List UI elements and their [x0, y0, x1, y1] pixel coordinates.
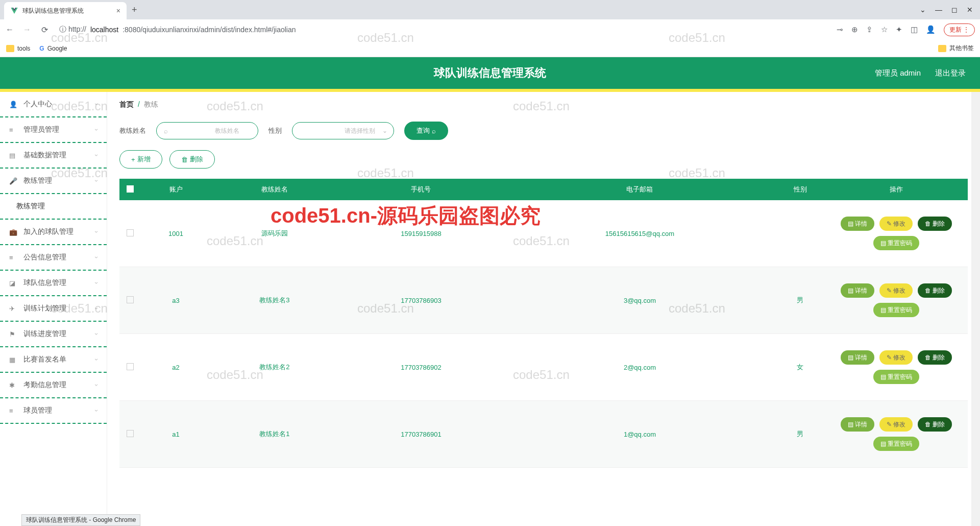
- reset-pwd-button[interactable]: ▤ 重置密码: [873, 236, 919, 250]
- logout-link[interactable]: 退出登录: [935, 68, 966, 78]
- reset-pwd-button[interactable]: ▤ 重置密码: [873, 437, 919, 451]
- row-checkbox[interactable]: [127, 229, 134, 236]
- delete-row-button[interactable]: 🗑 删除: [918, 283, 952, 298]
- detail-button[interactable]: ▤ 详情: [841, 283, 874, 298]
- update-button[interactable]: 更新: [944, 23, 975, 36]
- table-header: 操作: [825, 179, 968, 200]
- address-bar: ← → ⟳ ⓘ http://localhost:8080/qiuduixunl…: [0, 19, 980, 40]
- cell-email: 1@qq.com: [504, 401, 775, 468]
- url-input[interactable]: ⓘ http://localhost:8080/qiuduixunlianxin…: [54, 22, 831, 37]
- detail-button[interactable]: ▤ 详情: [841, 217, 874, 231]
- sidebar-item-1[interactable]: ≡管理员管理›: [0, 117, 107, 143]
- detail-button[interactable]: ▤ 详情: [841, 417, 874, 432]
- star-icon[interactable]: ☆: [881, 25, 888, 34]
- query-button[interactable]: 查询 ⌕: [404, 122, 448, 140]
- bookmark-tools[interactable]: tools: [6, 45, 30, 52]
- delete-button[interactable]: 🗑 删除: [169, 150, 215, 169]
- delete-row-button[interactable]: 🗑 删除: [918, 217, 952, 231]
- chevron-down-icon: ›: [93, 333, 100, 335]
- sidebar-item-5[interactable]: 💼加入的球队管理›: [0, 220, 107, 245]
- reload-icon[interactable]: ⟳: [40, 25, 49, 35]
- sidebar-item-2[interactable]: ▤基础数据管理›: [0, 143, 107, 169]
- cell-name: 教练姓名3: [211, 267, 338, 334]
- search-name-input[interactable]: ⌕教练姓名: [156, 122, 258, 139]
- browser-tab[interactable]: 球队训练信息管理系统 ×: [4, 2, 127, 19]
- edit-button[interactable]: ✎ 修改: [879, 217, 913, 231]
- sidebar-item-9[interactable]: ⚑训练进度管理›: [0, 322, 107, 347]
- edit-icon: ✎: [887, 220, 892, 227]
- key-icon[interactable]: ⊸: [837, 25, 843, 34]
- checkbox-all[interactable]: [127, 185, 134, 193]
- sidebar-item-8[interactable]: ✈训练计划管理›: [0, 296, 107, 322]
- sidebar-item-10[interactable]: ▦比赛首发名单›: [0, 347, 107, 373]
- sidebar-item-0[interactable]: 👤个人中心›: [0, 92, 107, 117]
- trash-icon: 🗑: [925, 220, 931, 227]
- cell-account: 1001: [141, 200, 211, 267]
- chevron-down-icon: ›: [93, 410, 100, 412]
- current-user[interactable]: 管理员 admin: [875, 68, 921, 78]
- cell-phone: 17703786902: [338, 334, 504, 401]
- sidebar-item-7[interactable]: ◪球队信息管理›: [0, 271, 107, 296]
- sidebar-item-label: 考勤信息管理: [23, 380, 95, 390]
- forward-icon[interactable]: →: [22, 25, 32, 35]
- search-icon: ⌕: [164, 127, 168, 135]
- add-button[interactable]: + 新增: [119, 150, 162, 169]
- vue-icon: [10, 7, 18, 15]
- bookmark-other[interactable]: 其他书签: [938, 44, 974, 53]
- doc-icon: ▤: [880, 373, 886, 380]
- cell-name: 源码乐园: [211, 200, 338, 267]
- table-header: 性别: [775, 179, 825, 200]
- window-controls: ⌄ — ◻ ✕: [920, 6, 980, 14]
- back-icon[interactable]: ←: [5, 25, 14, 35]
- chevron-down-icon: ›: [93, 384, 100, 386]
- table-row: 1001源码乐园1591591598815615615615@qq.com▤ 详…: [119, 200, 968, 267]
- maximize-icon[interactable]: ◻: [951, 6, 958, 14]
- scrollbar[interactable]: [971, 92, 980, 526]
- sidebar-item-11[interactable]: ✱考勤信息管理›: [0, 373, 107, 398]
- trash-icon: 🗑: [925, 354, 931, 361]
- chevron-down-icon: ›: [93, 282, 100, 284]
- sidebar-item-12[interactable]: ≡球员管理›: [0, 398, 107, 424]
- sidebar-item-4[interactable]: 教练管理: [0, 194, 107, 220]
- zoom-icon[interactable]: ⊕: [851, 25, 858, 34]
- menu-icon: ✱: [9, 381, 17, 389]
- share-icon[interactable]: ⇪: [866, 25, 873, 34]
- dropdown-icon[interactable]: ⌄: [920, 6, 926, 14]
- reset-pwd-button[interactable]: ▤ 重置密码: [873, 370, 919, 384]
- edit-button[interactable]: ✎ 修改: [879, 283, 913, 298]
- plus-icon: +: [131, 156, 135, 163]
- detail-button[interactable]: ▤ 详情: [841, 350, 874, 365]
- panel-icon[interactable]: ◫: [911, 25, 918, 34]
- profile-icon[interactable]: 👤: [926, 25, 936, 34]
- minimize-icon[interactable]: —: [935, 6, 942, 14]
- menu-icon: ▤: [9, 152, 17, 159]
- delete-row-button[interactable]: 🗑 删除: [918, 417, 952, 432]
- cell-email: 15615615615@qq.com: [504, 200, 775, 267]
- row-checkbox[interactable]: [127, 363, 134, 370]
- breadcrumb-home[interactable]: 首页: [119, 100, 134, 108]
- cell-gender: [775, 200, 825, 267]
- main-content: 首页 / 教练 教练姓名 ⌕教练姓名 性别 请选择性别 ⌄ 查询 ⌕ + 新增 …: [107, 92, 980, 526]
- doc-icon: ▤: [848, 287, 853, 294]
- puzzle-icon[interactable]: ✦: [896, 25, 902, 34]
- sidebar-item-3[interactable]: 🎤教练管理›: [0, 169, 107, 194]
- row-checkbox[interactable]: [127, 430, 134, 437]
- cell-phone: 17703786903: [338, 267, 504, 334]
- close-icon[interactable]: ×: [116, 7, 120, 15]
- sidebar-item-6[interactable]: ≡公告信息管理›: [0, 245, 107, 271]
- reset-pwd-button[interactable]: ▤ 重置密码: [873, 303, 919, 317]
- edit-icon: ✎: [887, 421, 892, 428]
- bookmark-google[interactable]: GGoogle: [39, 45, 67, 52]
- doc-icon: ▤: [880, 440, 886, 447]
- delete-row-button[interactable]: 🗑 删除: [918, 350, 952, 365]
- close-window-icon[interactable]: ✕: [967, 6, 973, 14]
- search-gender-select[interactable]: 请选择性别 ⌄: [292, 122, 394, 139]
- menu-icon: 🎤: [9, 177, 17, 185]
- cell-email: 2@qq.com: [504, 334, 775, 401]
- cell-name: 教练姓名2: [211, 334, 338, 401]
- edit-button[interactable]: ✎ 修改: [879, 350, 913, 365]
- row-checkbox[interactable]: [127, 296, 134, 303]
- new-tab-button[interactable]: +: [127, 5, 142, 15]
- table-header-row: 账户教练姓名手机号电子邮箱性别操作: [119, 179, 968, 200]
- edit-button[interactable]: ✎ 修改: [879, 417, 913, 432]
